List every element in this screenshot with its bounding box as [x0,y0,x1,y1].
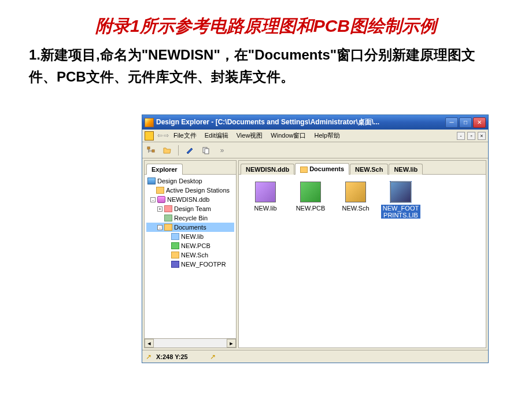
tree-recycle-label: Recycle Bin [174,213,208,223]
tree-team-label: Design Team [174,204,211,213]
window-title: Design Explorer - [C:\Documents and Sett… [156,117,443,127]
explorer-panel: Explorer Design Desktop Active Design St… [144,160,237,348]
lib-file-icon [255,182,276,202]
tree-documents-label: Documents [174,223,206,232]
pcb-icon [171,242,179,249]
tree-root[interactable]: Design Desktop [146,176,234,186]
tree-project-label: NEWDISN.ddb [167,195,209,204]
expander-icon[interactable]: - [157,225,162,230]
file-list[interactable]: NEW.lib NEW.PCB NEW.Sch NEW_FOOTPRINTS.L… [239,175,486,348]
svg-rect-0 [147,147,150,149]
scroll-track[interactable] [154,339,227,348]
toolbar-dropdown-icon[interactable]: » [217,145,227,156]
sch-icon [171,252,179,258]
menu-help[interactable]: Help帮助 [311,130,343,141]
file-item-footprint[interactable]: NEW_FOOTPRINTS.LIB [380,180,422,220]
status-pin-icon: ↗ [210,353,216,361]
statusbar: ↗ X:248 Y:25 ↗ [142,350,488,363]
menubar: ⇦ ⇨ File文件 Edit编辑 View视图 Window窗口 Help帮助… [142,130,488,142]
tree-stations-label: Active Design Stations [166,186,230,195]
slide-title: 附录1所示参考电路原理图和PCB图绘制示例 [0,0,532,44]
menu-nav-left-icon[interactable]: ⇦ [157,132,162,139]
tree-scrollbar[interactable]: ◄ ► [145,338,236,348]
tree-tool-icon[interactable] [146,145,156,156]
menu-view[interactable]: View视图 [233,130,267,141]
window-controls: ─ □ ✕ [445,117,486,128]
cursor-pos-icon: ↗ [146,353,152,361]
folder-icon [300,167,308,173]
explorer-tabs: Explorer [145,161,236,175]
tree-file-lib[interactable]: NEW.lib [146,232,234,241]
main-area: Explorer Design Desktop Active Design St… [142,158,488,350]
content-panel: NEWDISN.ddb Documents NEW.Sch NEW.lib NE… [238,160,486,348]
project-tree[interactable]: Design Desktop Active Design Stations - … [145,175,236,338]
design-explorer-window: Design Explorer - [C:\Documents and Sett… [142,114,489,363]
tree-pcb-label: NEW.PCB [181,241,210,250]
file-item-pcb[interactable]: NEW.PCB [290,180,331,213]
explorer-icon[interactable] [145,131,154,141]
tab-documents-label: Documents [309,165,344,172]
tab-sch[interactable]: NEW.Sch [350,164,388,175]
edit-tool-icon[interactable] [184,145,195,156]
team-icon [164,205,172,212]
content-tabs: NEWDISN.ddb Documents NEW.Sch NEW.lib [239,161,486,175]
tree-documents[interactable]: - Documents [146,223,234,232]
tree-root-label: Design Desktop [157,176,202,186]
tree-fp-label: NEW_FOOTPR [181,260,226,269]
file-lib-label: NEW.lib [254,205,276,212]
folder-icon [156,187,164,194]
tree-project[interactable]: - NEWDISN.ddb [146,195,234,204]
ddb-icon [157,196,165,203]
cursor-coordinates: X:248 Y:25 [156,353,188,360]
app-icon [145,118,154,127]
svg-rect-5 [205,149,209,154]
tree-sch-label: NEW.Sch [181,250,208,260]
menu-edit[interactable]: Edit编辑 [201,130,232,141]
tab-lib[interactable]: NEW.lib [389,164,423,175]
expander-icon[interactable]: - [150,197,156,202]
toolbar: » [142,142,488,158]
scroll-left-icon[interactable]: ◄ [145,339,154,348]
copy-tool-icon[interactable] [201,145,211,156]
pcb-file-icon [300,182,321,202]
footprint-icon [171,261,179,268]
svg-rect-3 [152,150,154,152]
minimize-button[interactable]: ─ [445,117,458,128]
file-pcb-label: NEW.PCB [296,205,326,212]
mdi-minimize-button[interactable]: - [457,132,465,140]
toolbar-separator [178,145,179,156]
desktop-icon [147,178,156,184]
slide-body-text: 1.新建项目,命名为"NEWDISN"，在"Documents"窗口分别新建原理… [0,44,532,97]
tree-file-sch[interactable]: NEW.Sch [146,250,234,260]
expander-icon[interactable]: + [157,206,162,212]
file-fp-label: NEW_FOOTPRINTS.LIB [381,205,420,219]
mdi-restore-button[interactable]: ▫ [467,132,475,140]
menu-nav-right-icon[interactable]: ⇨ [164,132,169,139]
tree-stations[interactable]: Active Design Stations [146,186,234,195]
file-item-lib[interactable]: NEW.lib [245,180,286,213]
tree-recycle-bin[interactable]: Recycle Bin [146,213,234,223]
mdi-close-button[interactable]: × [478,132,486,140]
open-tool-icon[interactable] [162,145,172,156]
tab-explorer[interactable]: Explorer [146,164,183,175]
tree-design-team[interactable]: + Design Team [146,204,234,213]
titlebar[interactable]: Design Explorer - [C:\Documents and Sett… [142,115,488,130]
folder-icon [164,224,172,231]
file-item-sch[interactable]: NEW.Sch [335,180,376,213]
lib-icon [171,233,179,240]
tree-lib-label: NEW.lib [181,232,204,241]
tree-file-footprint[interactable]: NEW_FOOTPR [146,260,234,269]
tab-ddb[interactable]: NEWDISN.ddb [241,164,294,175]
tab-documents[interactable]: Documents [295,163,349,175]
sch-file-icon [345,182,366,202]
menu-file[interactable]: File文件 [170,130,200,141]
recycle-icon [164,215,172,221]
maximize-button[interactable]: □ [459,117,472,128]
menu-window[interactable]: Window窗口 [267,130,309,141]
tree-file-pcb[interactable]: NEW.PCB [146,241,234,250]
scroll-right-icon[interactable]: ► [227,339,236,348]
file-sch-label: NEW.Sch [342,205,369,212]
footprint-file-icon [390,182,411,202]
close-button[interactable]: ✕ [473,117,486,128]
